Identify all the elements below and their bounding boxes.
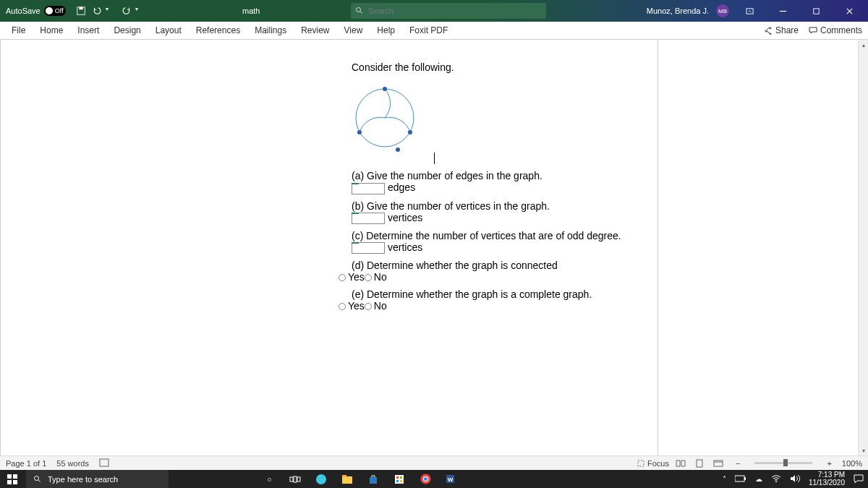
search-input[interactable] bbox=[368, 7, 542, 15]
spellcheck-icon[interactable] bbox=[99, 458, 109, 468]
input-odd-vertices[interactable] bbox=[352, 242, 385, 254]
svg-rect-34 bbox=[400, 476, 402, 479]
tab-insert[interactable]: Insert bbox=[70, 22, 106, 39]
task-view-icon[interactable] bbox=[283, 470, 307, 488]
edge-icon[interactable] bbox=[309, 470, 333, 488]
tab-review[interactable]: Review bbox=[294, 22, 336, 39]
tab-foxit[interactable]: Foxit PDF bbox=[402, 22, 455, 39]
svg-point-44 bbox=[775, 481, 777, 482]
radio-e-no[interactable] bbox=[365, 303, 372, 310]
svg-point-28 bbox=[316, 474, 326, 484]
tab-references[interactable]: References bbox=[189, 22, 247, 39]
maximize-button[interactable] bbox=[803, 0, 829, 22]
search-icon bbox=[355, 7, 364, 15]
read-mode-icon[interactable] bbox=[673, 458, 688, 468]
start-button[interactable] bbox=[0, 470, 25, 488]
svg-rect-26 bbox=[294, 476, 297, 482]
focus-mode-button[interactable]: Focus bbox=[637, 459, 669, 468]
svg-line-24 bbox=[38, 479, 41, 481]
cortana-icon[interactable]: ○ bbox=[257, 470, 281, 488]
tab-file[interactable]: File bbox=[4, 22, 33, 39]
clock[interactable]: 7:13 PM 11/13/2020 bbox=[809, 471, 845, 487]
chrome-icon[interactable] bbox=[413, 470, 438, 488]
minimize-button[interactable] bbox=[770, 0, 796, 22]
close-button[interactable] bbox=[836, 0, 862, 22]
svg-point-2 bbox=[357, 8, 361, 12]
autosave-control[interactable]: AutoSave Off bbox=[0, 6, 72, 16]
taskbar-search-placeholder: Type here to search bbox=[48, 475, 118, 484]
wifi-icon[interactable] bbox=[771, 474, 781, 484]
svg-rect-31 bbox=[370, 477, 377, 484]
save-icon[interactable] bbox=[76, 6, 86, 16]
svg-rect-32 bbox=[395, 475, 404, 484]
volume-icon[interactable] bbox=[790, 474, 800, 484]
zoom-out-button[interactable]: − bbox=[736, 459, 740, 468]
text-cursor bbox=[434, 153, 435, 164]
radio-d-yes[interactable] bbox=[339, 274, 346, 281]
title-bar: AutoSave Off ▾ ▾ math Munoz, Brenda J. M… bbox=[0, 0, 868, 22]
svg-text:W: W bbox=[447, 476, 453, 483]
app-icon[interactable] bbox=[387, 470, 412, 488]
svg-rect-30 bbox=[342, 475, 346, 477]
comments-button[interactable]: Comments bbox=[809, 25, 862, 35]
redo-icon[interactable] bbox=[122, 6, 132, 16]
page-indicator[interactable]: Page 1 of 1 bbox=[6, 459, 46, 468]
explorer-icon[interactable] bbox=[335, 470, 359, 488]
autosave-label: AutoSave bbox=[6, 7, 41, 15]
tab-home[interactable]: Home bbox=[33, 22, 70, 39]
radio-d-no[interactable] bbox=[365, 274, 372, 281]
print-layout-icon[interactable] bbox=[692, 458, 707, 468]
tray-chevron-icon[interactable]: ˄ bbox=[723, 475, 726, 483]
status-bar: Page 1 of 1 55 words Focus − + 100% bbox=[0, 455, 868, 470]
autosave-state: Off bbox=[55, 7, 64, 14]
undo-dropdown-icon[interactable]: ▾ bbox=[106, 6, 116, 16]
undo-icon[interactable] bbox=[92, 6, 102, 16]
word-icon[interactable]: W bbox=[439, 470, 464, 488]
svg-rect-43 bbox=[744, 477, 746, 480]
svg-rect-15 bbox=[638, 461, 644, 466]
share-button[interactable]: Share bbox=[764, 25, 799, 35]
scroll-down-icon[interactable]: ▾ bbox=[859, 445, 868, 455]
zoom-slider[interactable] bbox=[754, 462, 812, 464]
svg-point-10 bbox=[383, 87, 387, 91]
autosave-toggle[interactable]: Off bbox=[44, 6, 66, 16]
tab-view[interactable]: View bbox=[337, 22, 370, 39]
tab-layout[interactable]: Layout bbox=[148, 22, 189, 39]
svg-rect-16 bbox=[697, 460, 702, 467]
svg-rect-36 bbox=[400, 480, 402, 482]
document-area: Consider the following. (a) Give the num… bbox=[0, 40, 868, 455]
zoom-in-button[interactable]: + bbox=[827, 459, 831, 468]
taskbar-search[interactable]: Type here to search bbox=[26, 470, 169, 488]
radio-e-yes[interactable] bbox=[339, 303, 346, 310]
notifications-icon[interactable] bbox=[854, 474, 864, 485]
document-title: math bbox=[242, 7, 260, 15]
vertical-scrollbar[interactable]: ▴ ▾ bbox=[858, 40, 868, 455]
scroll-up-icon[interactable]: ▴ bbox=[859, 40, 868, 50]
system-tray: ˄ ☁ 7:13 PM 11/13/2020 bbox=[718, 471, 868, 487]
tab-design[interactable]: Design bbox=[106, 22, 148, 39]
quick-access-toolbar: ▾ ▾ bbox=[72, 6, 150, 16]
ribbon-display-icon[interactable] bbox=[736, 0, 762, 22]
svg-rect-42 bbox=[735, 476, 744, 481]
svg-point-12 bbox=[408, 130, 412, 134]
svg-rect-20 bbox=[13, 474, 17, 479]
search-box[interactable] bbox=[351, 3, 546, 19]
web-layout-icon[interactable] bbox=[711, 458, 726, 468]
word-count[interactable]: 55 words bbox=[56, 459, 89, 468]
battery-icon[interactable] bbox=[735, 475, 746, 484]
svg-rect-1 bbox=[79, 7, 82, 10]
tab-mailings[interactable]: Mailings bbox=[247, 22, 294, 39]
zoom-level[interactable]: 100% bbox=[842, 459, 862, 468]
input-vertices[interactable] bbox=[352, 213, 385, 224]
qat-customize-icon[interactable]: ▾ bbox=[135, 6, 145, 16]
input-edges[interactable] bbox=[352, 183, 385, 194]
document-page[interactable]: Consider the following. (a) Give the num… bbox=[100, 40, 758, 455]
store-icon[interactable] bbox=[361, 470, 386, 488]
svg-point-13 bbox=[396, 147, 400, 152]
svg-point-11 bbox=[357, 130, 362, 134]
avatar[interactable]: MB bbox=[716, 4, 729, 17]
cloud-icon[interactable]: ☁ bbox=[755, 475, 762, 483]
svg-rect-29 bbox=[342, 476, 352, 484]
tab-help[interactable]: Help bbox=[370, 22, 402, 39]
ribbon-tabs: File Home Insert Design Layout Reference… bbox=[0, 22, 868, 40]
